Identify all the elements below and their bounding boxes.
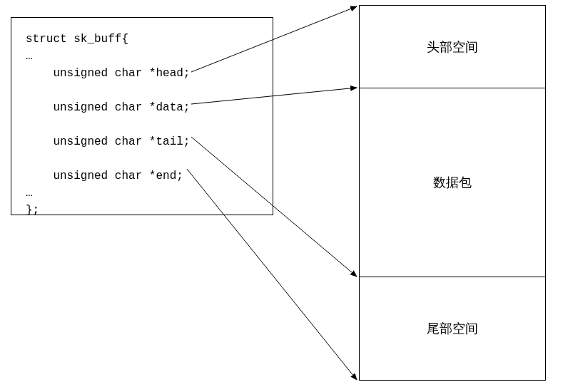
region-head-label: 头部空间 (427, 38, 478, 56)
field-head-text: unsigned char *head; (53, 67, 190, 80)
ellipsis-top: … (26, 48, 265, 65)
region-tail-label: 尾部空间 (427, 320, 478, 337)
region-head: 头部空间 (360, 6, 545, 88)
field-head: unsigned char *head; (26, 65, 265, 82)
region-data-label: 数据包 (433, 174, 472, 191)
field-data: unsigned char *data; (26, 99, 265, 116)
field-tail: unsigned char *tail; (26, 133, 265, 150)
diagram-root: struct sk_buff{… unsigned char *head; un… (0, 0, 563, 392)
field-data-text: unsigned char *data; (53, 101, 190, 114)
struct-decl: struct sk_buff{ (26, 31, 265, 48)
struct-code-box: struct sk_buff{… unsigned char *head; un… (11, 17, 273, 215)
ellipsis-bottom: … (26, 185, 265, 202)
field-end-text: unsigned char *end; (53, 170, 183, 182)
region-tail: 尾部空间 (360, 277, 545, 380)
buffer-layout: 头部空间 数据包 尾部空间 (359, 5, 546, 381)
region-data: 数据包 (360, 88, 545, 277)
field-tail-text: unsigned char *tail; (53, 135, 190, 148)
field-end: unsigned char *end; (26, 167, 265, 185)
struct-close: }; (26, 202, 265, 219)
